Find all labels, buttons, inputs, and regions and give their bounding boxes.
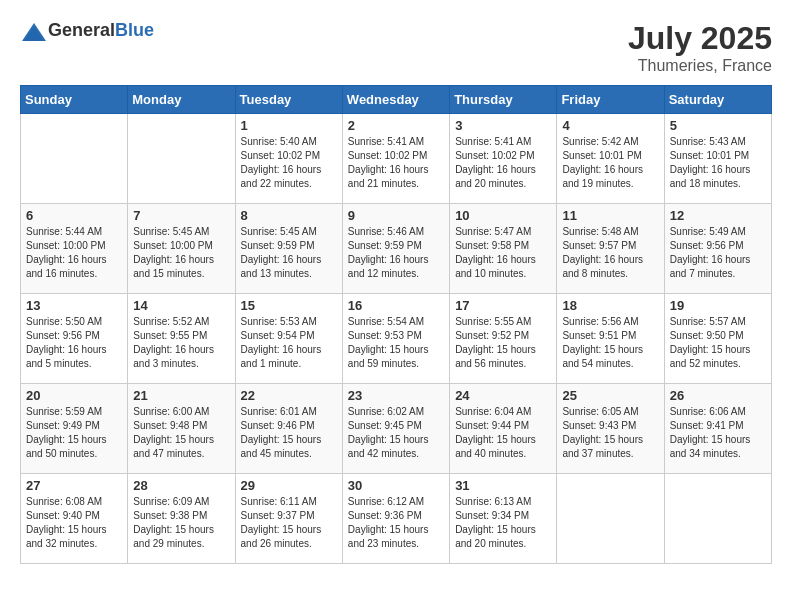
calendar-cell: 29Sunrise: 6:11 AM Sunset: 9:37 PM Dayli… [235, 474, 342, 564]
calendar-cell: 13Sunrise: 5:50 AM Sunset: 9:56 PM Dayli… [21, 294, 128, 384]
calendar-cell: 24Sunrise: 6:04 AM Sunset: 9:44 PM Dayli… [450, 384, 557, 474]
calendar-cell: 25Sunrise: 6:05 AM Sunset: 9:43 PM Dayli… [557, 384, 664, 474]
page-header: GeneralBlue July 2025 Thumeries, France [20, 20, 772, 75]
calendar-cell [664, 474, 771, 564]
calendar-cell: 28Sunrise: 6:09 AM Sunset: 9:38 PM Dayli… [128, 474, 235, 564]
cell-content: Sunrise: 5:47 AM Sunset: 9:58 PM Dayligh… [455, 225, 551, 281]
logo-text: GeneralBlue [48, 20, 154, 41]
cell-content: Sunrise: 6:04 AM Sunset: 9:44 PM Dayligh… [455, 405, 551, 461]
day-number: 9 [348, 208, 444, 223]
calendar-cell [557, 474, 664, 564]
calendar-week-row: 20Sunrise: 5:59 AM Sunset: 9:49 PM Dayli… [21, 384, 772, 474]
weekday-header: Monday [128, 86, 235, 114]
day-number: 3 [455, 118, 551, 133]
calendar-cell: 31Sunrise: 6:13 AM Sunset: 9:34 PM Dayli… [450, 474, 557, 564]
calendar-cell: 27Sunrise: 6:08 AM Sunset: 9:40 PM Dayli… [21, 474, 128, 564]
logo-blue: Blue [115, 20, 154, 40]
cell-content: Sunrise: 5:53 AM Sunset: 9:54 PM Dayligh… [241, 315, 337, 371]
day-number: 21 [133, 388, 229, 403]
calendar-cell: 11Sunrise: 5:48 AM Sunset: 9:57 PM Dayli… [557, 204, 664, 294]
calendar-cell: 1Sunrise: 5:40 AM Sunset: 10:02 PM Dayli… [235, 114, 342, 204]
calendar-cell: 30Sunrise: 6:12 AM Sunset: 9:36 PM Dayli… [342, 474, 449, 564]
day-number: 27 [26, 478, 122, 493]
day-number: 19 [670, 298, 766, 313]
day-number: 8 [241, 208, 337, 223]
cell-content: Sunrise: 5:45 AM Sunset: 10:00 PM Daylig… [133, 225, 229, 281]
calendar-week-row: 13Sunrise: 5:50 AM Sunset: 9:56 PM Dayli… [21, 294, 772, 384]
calendar-cell: 12Sunrise: 5:49 AM Sunset: 9:56 PM Dayli… [664, 204, 771, 294]
logo-icon [20, 21, 44, 41]
month-year: July 2025 [628, 20, 772, 57]
calendar-cell: 5Sunrise: 5:43 AM Sunset: 10:01 PM Dayli… [664, 114, 771, 204]
calendar-week-row: 6Sunrise: 5:44 AM Sunset: 10:00 PM Dayli… [21, 204, 772, 294]
cell-content: Sunrise: 5:49 AM Sunset: 9:56 PM Dayligh… [670, 225, 766, 281]
calendar-week-row: 1Sunrise: 5:40 AM Sunset: 10:02 PM Dayli… [21, 114, 772, 204]
calendar-cell: 26Sunrise: 6:06 AM Sunset: 9:41 PM Dayli… [664, 384, 771, 474]
cell-content: Sunrise: 5:55 AM Sunset: 9:52 PM Dayligh… [455, 315, 551, 371]
calendar-cell [21, 114, 128, 204]
day-number: 11 [562, 208, 658, 223]
calendar-cell: 8Sunrise: 5:45 AM Sunset: 9:59 PM Daylig… [235, 204, 342, 294]
day-number: 14 [133, 298, 229, 313]
day-number: 25 [562, 388, 658, 403]
day-number: 5 [670, 118, 766, 133]
logo-general: General [48, 20, 115, 40]
day-number: 1 [241, 118, 337, 133]
calendar-cell: 9Sunrise: 5:46 AM Sunset: 9:59 PM Daylig… [342, 204, 449, 294]
calendar: SundayMondayTuesdayWednesdayThursdayFrid… [20, 85, 772, 564]
day-number: 26 [670, 388, 766, 403]
calendar-header-row: SundayMondayTuesdayWednesdayThursdayFrid… [21, 86, 772, 114]
weekday-header: Friday [557, 86, 664, 114]
calendar-week-row: 27Sunrise: 6:08 AM Sunset: 9:40 PM Dayli… [21, 474, 772, 564]
cell-content: Sunrise: 6:06 AM Sunset: 9:41 PM Dayligh… [670, 405, 766, 461]
weekday-header: Sunday [21, 86, 128, 114]
location: Thumeries, France [628, 57, 772, 75]
cell-content: Sunrise: 5:44 AM Sunset: 10:00 PM Daylig… [26, 225, 122, 281]
day-number: 22 [241, 388, 337, 403]
cell-content: Sunrise: 6:02 AM Sunset: 9:45 PM Dayligh… [348, 405, 444, 461]
cell-content: Sunrise: 5:57 AM Sunset: 9:50 PM Dayligh… [670, 315, 766, 371]
day-number: 13 [26, 298, 122, 313]
logo: GeneralBlue [20, 20, 154, 41]
cell-content: Sunrise: 5:43 AM Sunset: 10:01 PM Daylig… [670, 135, 766, 191]
day-number: 30 [348, 478, 444, 493]
calendar-cell: 18Sunrise: 5:56 AM Sunset: 9:51 PM Dayli… [557, 294, 664, 384]
cell-content: Sunrise: 5:41 AM Sunset: 10:02 PM Daylig… [455, 135, 551, 191]
cell-content: Sunrise: 5:56 AM Sunset: 9:51 PM Dayligh… [562, 315, 658, 371]
cell-content: Sunrise: 5:41 AM Sunset: 10:02 PM Daylig… [348, 135, 444, 191]
calendar-cell: 20Sunrise: 5:59 AM Sunset: 9:49 PM Dayli… [21, 384, 128, 474]
calendar-cell: 14Sunrise: 5:52 AM Sunset: 9:55 PM Dayli… [128, 294, 235, 384]
cell-content: Sunrise: 6:00 AM Sunset: 9:48 PM Dayligh… [133, 405, 229, 461]
calendar-cell: 21Sunrise: 6:00 AM Sunset: 9:48 PM Dayli… [128, 384, 235, 474]
calendar-cell: 17Sunrise: 5:55 AM Sunset: 9:52 PM Dayli… [450, 294, 557, 384]
day-number: 28 [133, 478, 229, 493]
calendar-cell: 22Sunrise: 6:01 AM Sunset: 9:46 PM Dayli… [235, 384, 342, 474]
cell-content: Sunrise: 6:11 AM Sunset: 9:37 PM Dayligh… [241, 495, 337, 551]
calendar-cell: 4Sunrise: 5:42 AM Sunset: 10:01 PM Dayli… [557, 114, 664, 204]
weekday-header: Saturday [664, 86, 771, 114]
cell-content: Sunrise: 5:50 AM Sunset: 9:56 PM Dayligh… [26, 315, 122, 371]
cell-content: Sunrise: 5:54 AM Sunset: 9:53 PM Dayligh… [348, 315, 444, 371]
weekday-header: Tuesday [235, 86, 342, 114]
day-number: 20 [26, 388, 122, 403]
day-number: 4 [562, 118, 658, 133]
calendar-cell: 6Sunrise: 5:44 AM Sunset: 10:00 PM Dayli… [21, 204, 128, 294]
day-number: 23 [348, 388, 444, 403]
day-number: 31 [455, 478, 551, 493]
day-number: 2 [348, 118, 444, 133]
weekday-header: Wednesday [342, 86, 449, 114]
cell-content: Sunrise: 5:59 AM Sunset: 9:49 PM Dayligh… [26, 405, 122, 461]
day-number: 6 [26, 208, 122, 223]
title-block: July 2025 Thumeries, France [628, 20, 772, 75]
day-number: 24 [455, 388, 551, 403]
calendar-cell [128, 114, 235, 204]
day-number: 29 [241, 478, 337, 493]
cell-content: Sunrise: 6:05 AM Sunset: 9:43 PM Dayligh… [562, 405, 658, 461]
cell-content: Sunrise: 5:52 AM Sunset: 9:55 PM Dayligh… [133, 315, 229, 371]
calendar-cell: 16Sunrise: 5:54 AM Sunset: 9:53 PM Dayli… [342, 294, 449, 384]
day-number: 16 [348, 298, 444, 313]
calendar-cell: 19Sunrise: 5:57 AM Sunset: 9:50 PM Dayli… [664, 294, 771, 384]
day-number: 10 [455, 208, 551, 223]
calendar-cell: 2Sunrise: 5:41 AM Sunset: 10:02 PM Dayli… [342, 114, 449, 204]
cell-content: Sunrise: 6:08 AM Sunset: 9:40 PM Dayligh… [26, 495, 122, 551]
